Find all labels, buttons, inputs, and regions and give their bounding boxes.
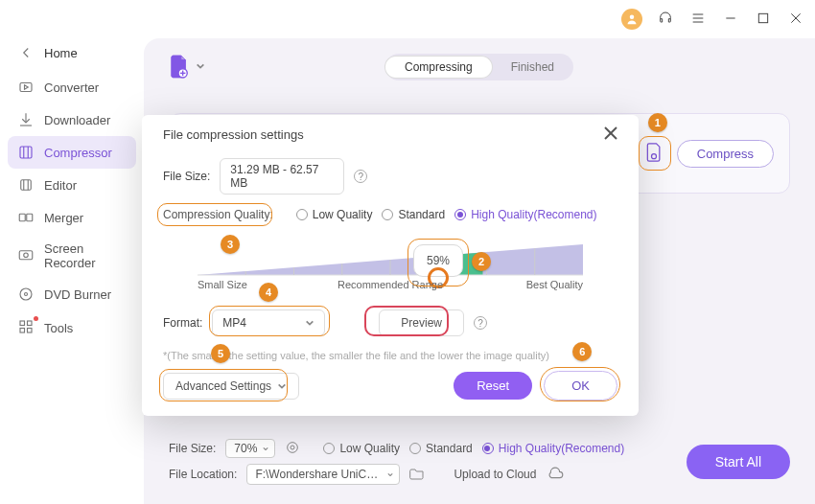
modal-title: File compression settings — [163, 127, 304, 142]
sidebar-item-converter[interactable]: Converter — [8, 71, 136, 103]
sidebar-item-dvd-burner[interactable]: DVD Burner — [8, 278, 136, 310]
svg-point-27 — [651, 153, 656, 158]
preview-help-icon[interactable]: ? — [474, 316, 487, 330]
bottom-bar: File Size: 70% Low Quality Standard High… — [169, 439, 790, 491]
sidebar-item-editor[interactable]: Editor — [8, 169, 136, 201]
marker-3: 3 — [221, 235, 240, 254]
sidebar-item-tools[interactable]: Tools — [8, 310, 136, 346]
svg-rect-16 — [19, 251, 33, 260]
svg-rect-8 — [20, 83, 32, 92]
tab-finished[interactable]: Finished — [492, 57, 573, 78]
svg-rect-10 — [20, 147, 32, 158]
svg-point-28 — [288, 442, 298, 452]
sidebar-item-label: Editor — [44, 178, 77, 193]
sidebar-item-label: Downloader — [44, 113, 110, 127]
sidebar-item-label: Converter — [44, 80, 99, 95]
upload-label: Upload to Cloud — [454, 468, 536, 481]
file-location-field[interactable]: F:\Wondershare UniConverter 1 — [246, 464, 400, 485]
marker-2: 2 — [472, 252, 491, 271]
radio-high-quality[interactable]: High Quality(Recomend) — [482, 442, 624, 455]
close-button[interactable] — [786, 9, 805, 31]
tab-compressing[interactable]: Compressing — [385, 57, 492, 78]
file-size-select[interactable]: 70% — [225, 439, 275, 458]
slider-label-left: Small Size — [198, 279, 247, 290]
svg-point-0 — [630, 15, 635, 20]
advanced-settings-button[interactable]: Advanced Settings — [163, 373, 299, 400]
svg-rect-5 — [758, 13, 767, 22]
reset-button[interactable]: Reset — [454, 372, 532, 400]
maximize-button[interactable] — [754, 9, 773, 31]
marker-1: 1 — [648, 113, 667, 132]
home-button[interactable]: Home — [8, 38, 136, 67]
sidebar: Home Converter Downloader Compressor Edi… — [0, 38, 144, 504]
modal-radio-standard[interactable]: Standard — [382, 208, 445, 221]
ok-button[interactable]: OK — [544, 371, 617, 401]
format-select[interactable]: MP4 — [212, 309, 325, 336]
sidebar-item-downloader[interactable]: Downloader — [8, 103, 136, 136]
svg-rect-15 — [27, 214, 33, 221]
menu-icon[interactable] — [688, 9, 708, 31]
sidebar-item-label: Compressor — [44, 146, 112, 160]
modal-radio-high[interactable]: High Quality(Recomend) — [454, 208, 596, 221]
start-all-button[interactable]: Start All — [687, 445, 790, 479]
status-tabs: Compressing Finished — [385, 54, 573, 80]
help-icon[interactable]: ? — [354, 170, 367, 183]
svg-rect-20 — [20, 321, 25, 326]
hint-text: *(The smaller the setting value, the sma… — [163, 350, 617, 361]
svg-point-18 — [20, 288, 32, 300]
radio-low-quality[interactable]: Low Quality — [323, 442, 400, 455]
target-icon[interactable] — [285, 440, 300, 458]
svg-rect-13 — [21, 180, 32, 191]
avatar[interactable] — [621, 9, 642, 30]
sidebar-item-label: DVD Burner — [44, 287, 111, 302]
file-settings-button[interactable] — [644, 151, 664, 166]
compress-button[interactable]: Compress — [677, 140, 774, 168]
modal-close-icon[interactable] — [604, 126, 617, 143]
format-label: Format: — [163, 316, 202, 330]
svg-rect-23 — [28, 329, 33, 333]
radio-standard[interactable]: Standard — [409, 442, 473, 455]
sidebar-item-label: Merger — [44, 211, 83, 225]
marker-5: 5 — [211, 344, 230, 363]
modal-file-size-field[interactable]: 31.29 MB - 62.57 MB — [220, 158, 344, 195]
minimize-button[interactable] — [721, 9, 740, 31]
sidebar-item-compressor[interactable]: Compressor — [8, 136, 136, 169]
slider-label-mid: Recommended Range — [338, 279, 443, 290]
folder-icon[interactable] — [409, 467, 425, 483]
sidebar-item-label: Screen Recorder — [44, 241, 127, 270]
modal-file-size-label: File Size: — [163, 170, 210, 183]
marker-4: 4 — [259, 283, 278, 302]
home-label: Home — [44, 46, 78, 60]
sidebar-item-label: Tools — [44, 321, 73, 335]
svg-rect-22 — [20, 329, 25, 333]
svg-point-29 — [291, 446, 294, 449]
svg-point-19 — [25, 293, 28, 296]
modal-radio-low[interactable]: Low Quality — [296, 208, 373, 221]
headset-icon[interactable] — [656, 9, 675, 31]
file-size-label: File Size: — [169, 442, 216, 455]
cloud-icon[interactable] — [546, 467, 565, 483]
svg-rect-21 — [28, 321, 33, 326]
preview-button[interactable]: Preview — [379, 309, 464, 336]
titlebar — [0, 0, 815, 38]
file-location-label: File Location: — [169, 468, 237, 481]
svg-marker-9 — [25, 85, 29, 90]
svg-rect-14 — [19, 214, 25, 221]
compression-quality-label: Compression Quality: — [163, 208, 273, 221]
sidebar-item-merger[interactable]: Merger — [8, 201, 136, 234]
svg-point-17 — [24, 253, 29, 258]
compression-settings-modal: File compression settings File Size: 31.… — [142, 115, 639, 416]
slider-label-right: Best Quality — [526, 279, 583, 290]
quality-slider[interactable]: 59% 2 3 Small Size Recommended Range Bes… — [163, 237, 617, 288]
sidebar-item-screen-recorder[interactable]: Screen Recorder — [8, 234, 136, 278]
